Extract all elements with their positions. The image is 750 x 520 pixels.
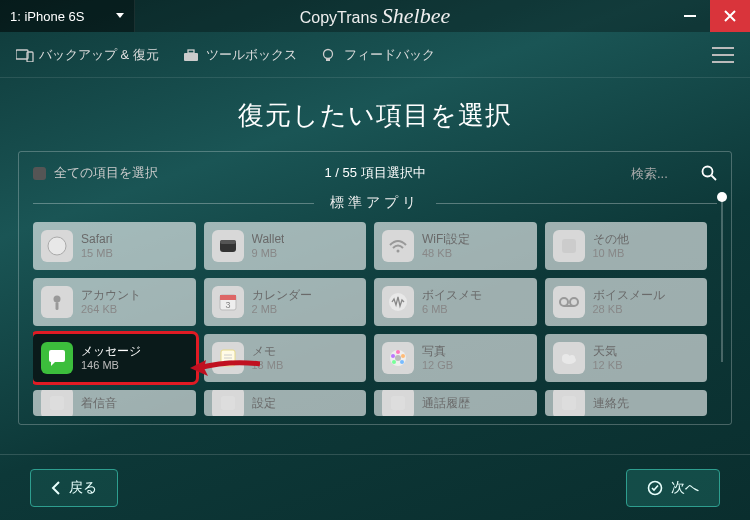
tile-name: 連絡先 — [593, 396, 629, 410]
scrollbar-track[interactable] — [721, 194, 723, 362]
menu-button[interactable] — [712, 47, 734, 63]
tile-item[interactable]: 設定 — [204, 390, 367, 416]
svg-point-14 — [54, 296, 61, 303]
search-icon[interactable] — [701, 165, 717, 181]
svg-rect-13 — [562, 239, 576, 253]
devices-icon — [16, 48, 32, 62]
tile-size: 12 KB — [593, 359, 623, 372]
toolbar: バックアップ & 復元 ツールボックス フィードバック — [0, 32, 750, 78]
svg-point-7 — [703, 167, 713, 177]
minimize-button[interactable] — [670, 0, 710, 32]
generic-icon — [212, 390, 244, 416]
window-controls — [670, 0, 750, 32]
page-title: 復元したい項目を選択 — [0, 98, 750, 133]
tile-item[interactable]: WiFi設定48 KB — [374, 222, 537, 270]
tab-toolbox[interactable]: ツールボックス — [183, 46, 297, 64]
tab-backup-restore[interactable]: バックアップ & 復元 — [16, 46, 159, 64]
svg-rect-39 — [391, 396, 405, 410]
tile-item[interactable]: Wallet9 MB — [204, 222, 367, 270]
generic-icon — [382, 390, 414, 416]
tile-name: メモ — [252, 344, 284, 358]
svg-point-35 — [562, 354, 570, 362]
memo-icon — [212, 342, 244, 374]
back-label: 戻る — [69, 479, 97, 497]
scrollbar-thumb[interactable] — [717, 192, 727, 202]
svg-line-8 — [712, 176, 717, 181]
photo-icon — [382, 342, 414, 374]
chevron-left-icon — [51, 481, 61, 495]
safari-icon — [41, 230, 73, 262]
tile-item[interactable]: 3カレンダー2 MB — [204, 278, 367, 326]
message-icon — [41, 342, 73, 374]
tile-item[interactable]: 通話履歴 — [374, 390, 537, 416]
calendar-icon: 3 — [212, 286, 244, 318]
tile-size: 2 MB — [252, 303, 312, 316]
svg-point-36 — [569, 355, 575, 361]
next-button[interactable]: 次へ — [626, 469, 720, 507]
tab-feedback[interactable]: フィードバック — [321, 46, 435, 64]
tile-item[interactable]: 着信音 — [33, 390, 196, 416]
svg-rect-38 — [221, 396, 235, 410]
back-button[interactable]: 戻る — [30, 469, 118, 507]
next-label: 次へ — [671, 479, 699, 497]
tile-size: 12 GB — [422, 359, 453, 372]
search-input[interactable] — [631, 166, 691, 181]
svg-point-31 — [400, 360, 404, 364]
tile-name: 着信音 — [81, 396, 117, 410]
svg-rect-1 — [16, 50, 28, 59]
svg-text:3: 3 — [225, 300, 230, 310]
svg-point-20 — [560, 298, 568, 306]
tile-name: Safari — [81, 232, 113, 246]
tile-name: ボイスメモ — [422, 288, 482, 302]
tab-label: バックアップ & 復元 — [39, 46, 159, 64]
tile-name: メッセージ — [81, 344, 141, 358]
svg-point-33 — [391, 354, 395, 358]
device-selector[interactable]: 1: iPhone 6S — [0, 0, 135, 32]
wifi-icon — [382, 230, 414, 262]
tile-size: 264 KB — [81, 303, 141, 316]
svg-rect-6 — [326, 58, 330, 61]
tile-item[interactable]: 連絡先 — [545, 390, 708, 416]
generic-icon — [41, 390, 73, 416]
device-label: 1: iPhone 6S — [10, 9, 84, 24]
tile-item[interactable]: その他10 MB — [545, 222, 708, 270]
tile-size: 9 MB — [252, 247, 285, 260]
toolbox-icon — [183, 48, 199, 62]
bulb-icon — [321, 48, 337, 62]
svg-point-32 — [392, 360, 396, 364]
tile-item[interactable]: 写真12 GB — [374, 334, 537, 382]
tile-name: WiFi設定 — [422, 232, 470, 246]
select-all-checkbox[interactable]: 全ての項目を選択 — [33, 164, 158, 182]
tile-name: 天気 — [593, 344, 623, 358]
tile-item[interactable]: 天気12 KB — [545, 334, 708, 382]
account-icon — [41, 286, 73, 318]
tile-size: 15 MB — [81, 247, 113, 260]
svg-rect-40 — [562, 396, 576, 410]
tile-name: カレンダー — [252, 288, 312, 302]
tile-item[interactable]: Safari15 MB — [33, 222, 196, 270]
tile-name: ボイスメール — [593, 288, 665, 302]
svg-rect-37 — [50, 396, 64, 410]
tab-label: ツールボックス — [206, 46, 297, 64]
tile-item[interactable]: メモ13 MB — [204, 334, 367, 382]
tile-item[interactable]: アカウント264 KB — [33, 278, 196, 326]
tile-size: 13 MB — [252, 359, 284, 372]
other-icon — [553, 230, 585, 262]
tile-item[interactable]: ボイスメモ6 MB — [374, 278, 537, 326]
tile-item[interactable]: メッセージ146 MB — [33, 334, 196, 382]
wallet-icon — [212, 230, 244, 262]
panel-header: 全ての項目を選択 1 / 55 項目選択中 — [33, 164, 717, 182]
tile-item[interactable]: ボイスメール28 KB — [545, 278, 708, 326]
voicemail-icon — [553, 286, 585, 318]
check-circle-icon — [647, 480, 663, 496]
tile-name: 通話履歴 — [422, 396, 470, 410]
selection-panel: 全ての項目を選択 1 / 55 項目選択中 標準アプリ Safari15 MBW… — [18, 151, 732, 425]
tile-name: 写真 — [422, 344, 453, 358]
close-button[interactable] — [710, 0, 750, 32]
footer: 戻る 次へ — [0, 454, 750, 520]
selection-count: 1 / 55 項目選択中 — [324, 164, 425, 182]
svg-point-12 — [397, 250, 400, 253]
tile-name: アカウント — [81, 288, 141, 302]
tab-label: フィードバック — [344, 46, 435, 64]
tile-grid: Safari15 MBWallet9 MBWiFi設定48 KBその他10 MB… — [33, 222, 717, 416]
